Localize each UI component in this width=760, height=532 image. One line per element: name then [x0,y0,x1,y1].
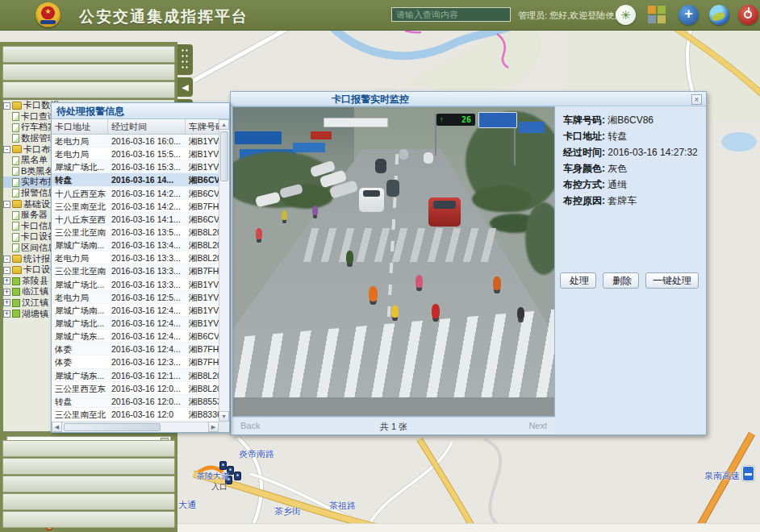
alarm-row[interactable]: 三公里西至东 2016-03-16 12:0... 湘B8L203 [52,382,219,395]
next-button[interactable]: Next [528,421,547,430]
tree-expand-box[interactable]: - [3,146,10,153]
vertical-scrollbar[interactable]: ▲ ▼ [219,119,229,422]
alarm-row[interactable]: 犀城广场东... 2016-03-16 12:4... 湘B6CV86 [52,330,219,343]
cell-address: 十八丘西至东 [52,187,108,199]
cell-time: 2016-03-16 12:0... [108,395,186,407]
tree-expand-box[interactable]: + [3,277,10,285]
close-icon[interactable]: × [691,94,702,105]
tree-node-icon [12,222,19,231]
map-road-label: 入口 [211,481,228,493]
alarm-detail-list: 车牌号码: 湘B6CV86 卡口地址: 转盘 经过时间: 2016-03-16 … [563,114,706,210]
alarm-row[interactable]: 犀城广场北... 2016-03-16 15:3... 湘B1YV96 [52,160,219,173]
cell-time: 2016-03-16 16:0... [108,135,186,147]
scene-rider [391,305,399,318]
sidebar-menu-item[interactable] [2,440,175,457]
scene-red-van [428,197,461,227]
column-header[interactable]: 车牌号码 [186,119,219,134]
cell-time: 2016-03-16 12:4... [108,304,186,316]
scrollbar-thumb[interactable] [220,131,228,181]
sidebar-menu-item[interactable] [2,493,175,510]
alarm-row[interactable]: 老电力局 2016-03-16 15:5... 湘B1YV96 [52,148,219,160]
cell-time: 2016-03-16 13:3... [108,264,186,276]
cell-plate: 湘B8L203 [186,226,219,238]
scene-crosswalk-far [303,228,505,262]
tree-node-label: 临江镇 [22,286,48,297]
scroll-up-icon[interactable]: ▲ [219,119,229,130]
action-button[interactable]: 处理 [560,272,596,289]
scroll-left-icon[interactable]: ◀ [52,422,62,432]
alarm-row[interactable]: 三公里北至南 2016-03-16 13:3... 湘B7FH62 [52,264,219,277]
scene-rider [312,206,318,215]
alarm-table: 卡口地址 经过时间 车牌号码 老电力局 2016-03-16 16:0... 湘… [52,119,219,422]
sidebar-menu-item[interactable] [2,476,175,493]
alarm-row[interactable]: 三公里北至南 2016-03-16 13:5... 湘B8L203 [52,226,219,239]
sidebar-menu-item[interactable] [2,511,175,528]
alarm-row[interactable]: 十八丘东至西 2016-03-16 14:1... 湘B6CV86 [52,213,219,226]
cell-time: 2016-03-16 13:5... [108,226,186,238]
alarm-row[interactable]: 转盘 2016-03-16 12:0... 湘B8553G [52,395,219,408]
alarm-row[interactable]: 三公里南至北 2016-03-16 14:2... 湘B7FH62 [52,200,219,213]
scrollbar-thumb[interactable] [64,423,161,431]
map-marker[interactable] [219,461,227,470]
tree-expand-box[interactable]: + [3,299,10,306]
map-marker[interactable] [234,472,241,480]
tree-expand-box[interactable]: - [3,256,10,263]
detail-label: 经过时间: [563,147,605,158]
horizontal-scrollbar[interactable]: ◀ ▶ [52,422,219,432]
tree-expand-box[interactable]: - [3,267,10,274]
power-icon[interactable] [738,5,758,25]
cell-time: 2016-03-16 12:4... [108,330,186,342]
plus-icon[interactable]: + [679,5,699,25]
alarm-row[interactable]: 转盘 2016-03-16 14... 湘B6CV... [52,173,219,186]
alarm-row[interactable]: 体委 2016-03-16 12:3... 湘B7FH62 [52,355,219,368]
cell-plate: 湘B7FH62 [186,355,219,368]
action-button[interactable]: 一键处理 [645,272,699,289]
alarm-row[interactable]: 老电力局 2016-03-16 16:0... 湘B1YV96 [52,135,219,148]
column-header[interactable]: 经过时间 [108,119,186,134]
sidebar-menu-item[interactable] [2,46,175,63]
tree-expand-box[interactable]: + [3,289,10,296]
scene-shop-sign [235,131,282,144]
alarm-row[interactable]: 犀城广场东... 2016-03-16 12:1... 湘B8L203 [52,369,219,382]
alarm-row[interactable]: 犀城广场南... 2016-03-16 12:4... 湘B1YV96 [52,304,219,317]
alarm-row[interactable]: 犀城广场北... 2016-03-16 13:3... 湘B1YV96 [52,278,219,291]
tree-expand-box[interactable]: - [3,102,10,110]
cell-plate: 湘B8553G [186,395,219,407]
detail-row: 卡口地址: 转盘 [563,130,706,146]
tree-expand-box[interactable]: + [3,310,10,318]
tree-expand-box[interactable]: - [3,201,10,208]
alarm-monitor-dialog: 卡口报警实时监控 × ↑ 26 [230,91,707,435]
sidebar-menu-item[interactable] [2,64,175,81]
panel-collapse-arrow[interactable]: ◀ [177,77,193,97]
traffic-signal-panel: ↑ 26 [436,114,475,126]
admin-greeting: 管理员: 您好,欢迎登陆使用 [518,10,623,22]
alarm-row[interactable]: 老电力局 2016-03-16 13:3... 湘B8L203 [52,251,219,264]
cell-address: 老电力局 [52,291,108,303]
alarm-row[interactable]: 犀城广场北... 2016-03-16 12:4... 湘B1YV96 [52,317,219,330]
detail-row: 经过时间: 2016-03-16 14:27:32 [563,146,706,162]
sidebar-menu-item[interactable] [2,458,175,475]
alarm-row[interactable]: 老电力局 2016-03-16 12:5... 湘B1YV96 [52,291,219,304]
search-input[interactable] [391,7,511,22]
alarm-row[interactable]: 十八丘西至东 2016-03-16 14:2... 湘B6CV86 [52,187,219,200]
cell-address: 体委 [52,343,108,355]
tree-node-label: 茶陵县 [22,276,48,287]
navigation-wheel-icon[interactable]: ✳ [616,5,636,25]
app-header: 公安交通集成指挥平台 管理员: 您好,欢迎登陆使用 ✳ + [0,0,760,31]
alarm-row[interactable]: 三公里南至北 2016-03-16 12:0 湘B83362 [52,408,219,421]
signal-countdown: 26 [461,115,471,124]
scroll-right-icon[interactable]: ▶ [208,422,219,432]
alarm-row[interactable]: 体委 2016-03-16 12:4... 湘B7FH62 [52,343,219,355]
earth-globe-icon[interactable] [709,5,729,25]
action-button[interactable]: 删除 [603,272,639,289]
app-root: 炎帝南路 茶陵大道 入口 大通 茶乡街 茶祖路 泉南高速 ◀ -卡口数据 卡口查… [0,0,760,532]
scene-shop-sign [293,143,325,152]
scene-rider [493,276,501,290]
apps-grid-icon[interactable] [647,5,667,25]
panel-handle-dots[interactable] [177,44,193,75]
scroll-down-icon[interactable]: ▼ [219,411,229,422]
alarm-row[interactable]: 犀城广场南... 2016-03-16 13:4... 湘B8L203 [52,239,219,251]
cell-plate: 湘B6CV86 [186,330,219,342]
sidebar-menu-item[interactable] [2,81,175,98]
column-header[interactable]: 卡口地址 [52,119,108,134]
